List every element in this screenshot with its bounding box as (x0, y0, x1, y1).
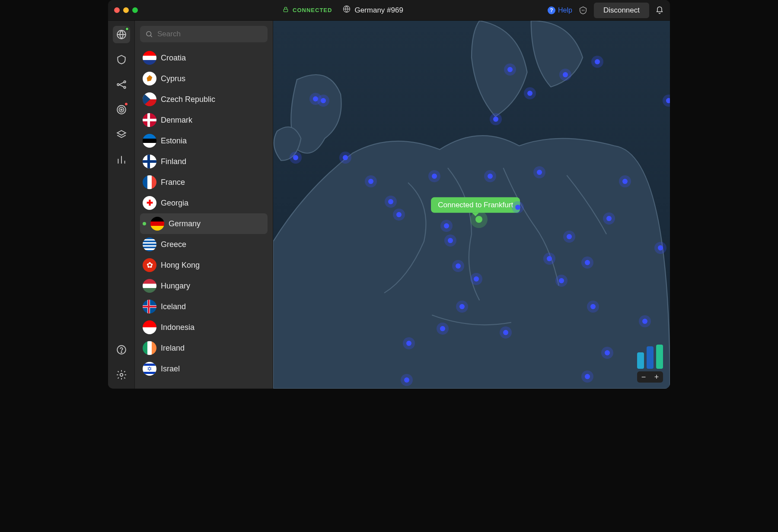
country-item[interactable]: Hungary (140, 276, 268, 296)
close-window-button[interactable] (114, 7, 120, 13)
map-node[interactable] (440, 326, 445, 331)
country-name-label: Ireland (161, 344, 185, 353)
help-link[interactable]: ? Help (548, 6, 572, 14)
map-node[interactable] (488, 174, 493, 179)
country-item[interactable]: ✿Hong Kong (140, 255, 268, 276)
country-item[interactable]: Indonesia (140, 317, 268, 338)
flag-icon (143, 92, 156, 106)
country-item[interactable]: Cyprus (140, 68, 268, 89)
minimize-window-button[interactable] (123, 7, 129, 13)
flag-icon (143, 175, 156, 189)
disconnect-button[interactable]: Disconnect (594, 3, 649, 18)
titlebar: CONNECTED Germany #969 ? Help Disconnect (108, 0, 670, 21)
country-item[interactable]: Denmark (140, 110, 268, 130)
zoom-in-button[interactable]: + (650, 371, 663, 383)
country-name-label: Estonia (161, 136, 187, 146)
map-node[interactable] (459, 304, 465, 309)
map-node[interactable] (404, 377, 409, 383)
map-node[interactable] (605, 350, 610, 355)
flag-icon (143, 320, 156, 334)
country-item[interactable]: Estonia (140, 130, 268, 151)
map-node[interactable] (388, 199, 393, 204)
map-node[interactable] (666, 98, 670, 103)
svg-rect-0 (284, 9, 287, 12)
map-node[interactable] (321, 98, 326, 103)
map-node[interactable] (456, 263, 461, 269)
map-node[interactable] (343, 155, 348, 160)
svg-point-4 (124, 81, 125, 82)
current-server-label: Germany #969 (354, 6, 403, 15)
map-node[interactable] (585, 260, 590, 265)
search-box[interactable] (140, 26, 268, 42)
country-item[interactable]: ✚Georgia (140, 193, 268, 213)
map-node[interactable] (590, 304, 596, 309)
map-node[interactable] (606, 216, 612, 221)
country-item[interactable]: Iceland (140, 296, 268, 317)
nav-settings[interactable] (113, 366, 130, 383)
notifications-button[interactable] (655, 6, 664, 15)
map-node[interactable] (444, 223, 449, 228)
country-item[interactable]: ✡Israel (140, 358, 268, 379)
nav-support[interactable] (113, 341, 130, 358)
map-node[interactable] (622, 179, 628, 184)
flag-icon (143, 238, 156, 251)
map[interactable]: Connected to Frankfurt − + (273, 21, 670, 389)
map-node[interactable] (406, 341, 411, 346)
country-name-label: Georgia (161, 199, 188, 208)
map-node[interactable] (396, 212, 402, 217)
map-node[interactable] (642, 319, 647, 324)
country-name-label: Hong Kong (161, 261, 200, 270)
country-item[interactable]: Greece (140, 234, 268, 255)
country-name-label: Iceland (161, 302, 186, 311)
zoom-out-button[interactable]: − (637, 371, 650, 383)
map-node[interactable] (432, 174, 437, 179)
map-node[interactable] (474, 276, 479, 282)
alert-dot-icon (124, 102, 128, 106)
flag-icon (143, 113, 156, 127)
map-connected-node[interactable] (475, 216, 482, 223)
search-input[interactable] (156, 29, 262, 39)
map-node[interactable] (448, 238, 453, 243)
map-node[interactable] (658, 245, 663, 250)
nav-radar[interactable] (113, 101, 130, 118)
flag-icon (150, 217, 164, 231)
flag-icon (143, 134, 156, 148)
country-list[interactable]: CroatiaCyprusCzech RepublicDenmarkEstoni… (135, 48, 273, 389)
stats-bar (637, 352, 644, 369)
map-node[interactable] (507, 67, 513, 72)
map-node[interactable] (293, 155, 298, 160)
flag-icon: ✡ (143, 362, 156, 376)
connection-status-label: CONNECTED (293, 7, 332, 13)
map-node[interactable] (595, 59, 600, 64)
flag-icon (143, 341, 156, 355)
country-name-label: Indonesia (161, 323, 194, 332)
map-node[interactable] (515, 205, 520, 210)
nav-presets[interactable] (113, 126, 130, 143)
map-node[interactable] (368, 179, 373, 184)
country-item[interactable]: Germany (140, 213, 268, 234)
map-node[interactable] (585, 374, 590, 379)
map-node[interactable] (503, 330, 508, 335)
maximize-window-button[interactable] (132, 7, 138, 13)
map-node[interactable] (493, 117, 498, 122)
stats-widget[interactable] (637, 345, 663, 369)
nav-mesh[interactable] (113, 76, 130, 93)
map-node[interactable] (527, 91, 532, 96)
nav-stats[interactable] (113, 151, 130, 168)
nav-countries[interactable] (113, 26, 130, 43)
country-item[interactable]: Czech Republic (140, 89, 268, 110)
map-node[interactable] (567, 234, 572, 239)
map-node[interactable] (559, 278, 564, 283)
nav-security[interactable] (113, 51, 130, 68)
map-node[interactable] (563, 72, 568, 77)
country-item[interactable]: Croatia (140, 48, 268, 68)
map-node[interactable] (547, 256, 552, 261)
pause-button[interactable] (578, 6, 588, 15)
country-name-label: Germany (169, 219, 201, 228)
flag-icon (143, 72, 156, 86)
map-node[interactable] (537, 170, 542, 175)
country-item[interactable]: Ireland (140, 338, 268, 358)
country-item[interactable]: Finland (140, 151, 268, 172)
country-item[interactable]: France (140, 172, 268, 193)
current-server[interactable]: Germany #969 (342, 5, 403, 16)
